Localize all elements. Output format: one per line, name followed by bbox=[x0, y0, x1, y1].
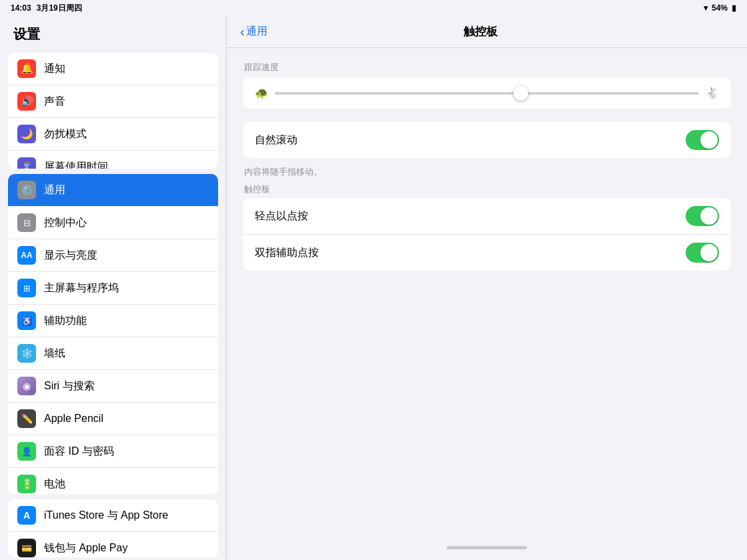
general-icon: ⚙️ bbox=[17, 181, 36, 199]
wallet-icon: 💳 bbox=[17, 539, 36, 557]
two-finger-toggle-thumb bbox=[700, 244, 718, 261]
siri-icon: ◉ bbox=[17, 377, 36, 395]
scroll-indicator bbox=[447, 546, 527, 549]
tap-to-click-row: 轻点以点按 bbox=[243, 198, 731, 235]
general-label: 通用 bbox=[44, 183, 65, 197]
screen-time-label: 屏幕使用时间 bbox=[44, 160, 108, 169]
sidebar-item-apple-pencil[interactable]: ✏️ Apple Pencil bbox=[8, 403, 218, 435]
dnd-icon: 🌙 bbox=[17, 125, 36, 143]
itunes-icon: A bbox=[17, 506, 36, 525]
status-time: 14:03 bbox=[11, 3, 31, 13]
status-date: 3月19日周四 bbox=[37, 3, 82, 14]
slider-dot bbox=[369, 92, 371, 94]
wallpaper-icon: ❄️ bbox=[17, 344, 36, 363]
slider-dot bbox=[696, 92, 698, 94]
slider-card: 🐢 🐇 bbox=[243, 77, 731, 109]
tap-toggle-thumb bbox=[700, 207, 718, 225]
wallet-label: 钱包与 Apple Pay bbox=[44, 541, 127, 555]
settings-content: 跟踪速度 🐢 bbox=[227, 48, 747, 308]
natural-scroll-row: 自然滚动 bbox=[243, 122, 731, 158]
face-id-icon: 👤 bbox=[17, 442, 36, 461]
toggle-thumb bbox=[700, 131, 718, 149]
sidebar-section-1: 🔔 通知 🔊 声音 🌙 勿扰模式 ⌛ 屏幕使用时间 bbox=[8, 53, 218, 169]
sidebar-item-general[interactable]: ⚙️ 通用 bbox=[8, 174, 218, 207]
sidebar-item-display[interactable]: AA 显示与亮度 bbox=[8, 239, 218, 272]
two-finger-row: 双指辅助点按 bbox=[243, 235, 731, 271]
trackpad-section-label: 触控板 bbox=[243, 178, 731, 198]
battery-sidebar-icon: 🔋 bbox=[17, 475, 36, 493]
status-right: ▾ 54% ▮ bbox=[704, 3, 736, 13]
sidebar-item-dnd[interactable]: 🌙 勿扰模式 bbox=[8, 118, 218, 151]
control-center-label: 控制中心 bbox=[44, 216, 87, 230]
back-label: 通用 bbox=[246, 25, 267, 39]
main-layout: 设置 🔔 通知 🔊 声音 🌙 勿扰模式 ⌛ 屏幕使用时间 ⚙️ bbox=[0, 16, 747, 560]
apple-pencil-label: Apple Pencil bbox=[44, 413, 103, 425]
natural-scroll-toggle[interactable] bbox=[686, 130, 719, 150]
speed-slider[interactable] bbox=[275, 92, 699, 95]
trackpad-toggles-section: 轻点以点按 双指辅助点按 bbox=[243, 198, 731, 271]
sidebar-section-3: A iTunes Store 与 App Store 💳 钱包与 Apple P… bbox=[8, 499, 218, 557]
notifications-icon: 🔔 bbox=[17, 59, 36, 78]
accessibility-icon: ♿ bbox=[17, 311, 36, 330]
status-bar: 14:03 3月19日周四 ▾ 54% ▮ bbox=[0, 0, 747, 16]
slider-dot bbox=[463, 92, 465, 94]
accessibility-label: 辅助功能 bbox=[44, 314, 87, 328]
homescreen-label: 主屏幕与程序坞 bbox=[44, 281, 119, 295]
page-title: 触控板 bbox=[267, 24, 694, 39]
battery-level: 54% bbox=[712, 3, 728, 13]
nav-bar: ‹ 通用 触控板 bbox=[227, 16, 747, 48]
slider-dot bbox=[276, 92, 278, 94]
sounds-icon: 🔊 bbox=[17, 92, 36, 111]
speed-section-label: 跟踪速度 bbox=[243, 61, 731, 73]
sidebar-item-control-center[interactable]: ⊟ 控制中心 bbox=[8, 207, 218, 239]
slider-dots bbox=[275, 92, 699, 94]
slider-dot bbox=[416, 92, 418, 94]
sidebar-item-accessibility[interactable]: ♿ 辅助功能 bbox=[8, 305, 218, 337]
control-center-icon: ⊟ bbox=[17, 213, 36, 232]
slider-dot bbox=[323, 92, 325, 94]
slider-dot bbox=[649, 92, 651, 94]
sidebar-item-wallet[interactable]: 💳 钱包与 Apple Pay bbox=[8, 532, 218, 557]
slider-dot bbox=[556, 92, 558, 94]
sidebar-item-homescreen[interactable]: ⊞ 主屏幕与程序坞 bbox=[8, 272, 218, 305]
notifications-label: 通知 bbox=[44, 62, 65, 76]
sidebar-item-siri[interactable]: ◉ Siri 与搜索 bbox=[8, 370, 218, 403]
display-icon: AA bbox=[17, 246, 36, 265]
itunes-label: iTunes Store 与 App Store bbox=[44, 509, 168, 523]
sidebar-item-itunes[interactable]: A iTunes Store 与 App Store bbox=[8, 499, 218, 532]
wallpaper-label: 墙纸 bbox=[44, 347, 65, 361]
tap-to-click-label: 轻点以点按 bbox=[255, 209, 686, 223]
sidebar-item-sounds[interactable]: 🔊 声音 bbox=[8, 85, 218, 118]
sidebar-title: 设置 bbox=[0, 16, 226, 50]
sidebar-item-face-id[interactable]: 👤 面容 ID 与密码 bbox=[8, 435, 218, 468]
face-id-label: 面容 ID 与密码 bbox=[44, 445, 114, 459]
dnd-label: 勿扰模式 bbox=[44, 127, 87, 141]
back-chevron-icon: ‹ bbox=[240, 24, 245, 39]
sidebar-item-wallpaper[interactable]: ❄️ 墙纸 bbox=[8, 337, 218, 370]
slider-fast-icon: 🐇 bbox=[706, 87, 719, 99]
wifi-icon: ▾ bbox=[704, 3, 708, 13]
slider-dot bbox=[602, 92, 604, 94]
display-label: 显示与亮度 bbox=[44, 249, 97, 263]
sidebar-section-2: ⚙️ 通用 ⊟ 控制中心 AA 显示与亮度 ⊞ 主屏幕与程序坞 ♿ 辅助功能 ❄… bbox=[8, 174, 218, 494]
slider-dot bbox=[509, 92, 511, 94]
two-finger-label: 双指辅助点按 bbox=[255, 246, 686, 260]
natural-scroll-label: 自然滚动 bbox=[255, 133, 686, 147]
sidebar-item-screen-time[interactable]: ⌛ 屏幕使用时间 bbox=[8, 151, 218, 169]
screen-time-icon: ⌛ bbox=[17, 157, 36, 169]
back-button[interactable]: ‹ 通用 bbox=[240, 24, 267, 39]
sidebar-item-battery[interactable]: 🔋 电池 bbox=[8, 468, 218, 494]
siri-label: Siri 与搜索 bbox=[44, 379, 95, 393]
status-left: 14:03 3月19日周四 bbox=[11, 3, 82, 14]
natural-scroll-section: 自然滚动 bbox=[243, 122, 731, 158]
slider-thumb[interactable] bbox=[514, 86, 528, 101]
hint-text: 内容将随手指移动。 bbox=[243, 162, 731, 178]
battery-label: 电池 bbox=[44, 477, 65, 491]
content-area: ‹ 通用 触控板 跟踪速度 🐢 bbox=[227, 16, 747, 560]
two-finger-toggle[interactable] bbox=[686, 243, 719, 263]
sounds-label: 声音 bbox=[44, 95, 65, 109]
apple-pencil-icon: ✏️ bbox=[17, 409, 36, 428]
tap-to-click-toggle[interactable] bbox=[686, 206, 719, 226]
slider-slow-icon: 🐢 bbox=[255, 87, 268, 99]
sidebar-item-notifications[interactable]: 🔔 通知 bbox=[8, 53, 218, 85]
